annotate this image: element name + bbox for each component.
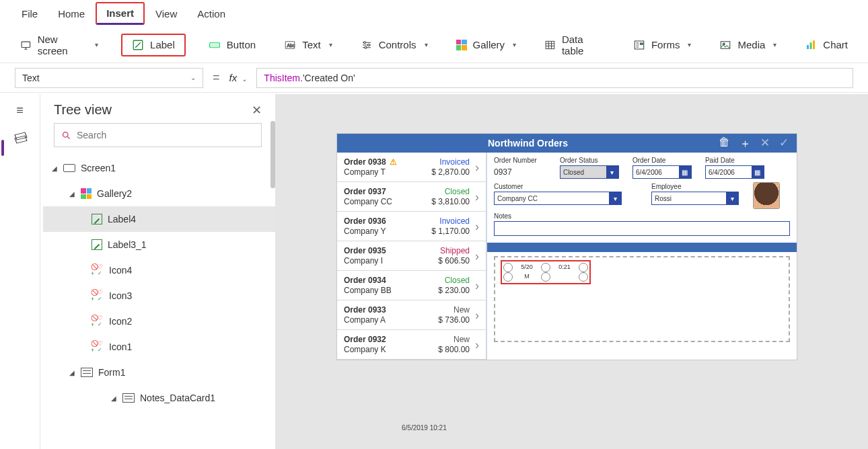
svg-rect-0 — [22, 42, 30, 47]
tree-node-gallery2[interactable]: ◢ Gallery2 — [43, 181, 275, 206]
collapse-icon[interactable]: ◢ — [51, 165, 58, 172]
svg-rect-13 — [807, 45, 809, 49]
order-row[interactable]: Order 0937ClosedCompany CC$ 3,810.00› — [337, 182, 486, 212]
formula-input[interactable]: ThisItem.'Created On' — [256, 68, 853, 88]
tab-home[interactable]: Home — [48, 4, 94, 24]
controls-icon — [361, 39, 373, 51]
hamburger-icon[interactable]: ≡ — [16, 104, 24, 118]
svg-rect-2 — [209, 42, 219, 48]
order-status: Closed — [445, 187, 470, 197]
employee-avatar — [754, 183, 779, 208]
add-icon[interactable]: ＋ — [739, 136, 751, 151]
chevron-right-icon[interactable]: › — [472, 338, 479, 352]
tree-node-icon2[interactable]: +✓ Icon2 — [43, 309, 275, 334]
chevron-right-icon[interactable]: › — [472, 220, 479, 234]
order-status: New — [454, 335, 470, 345]
menu-bar: File Home Insert View Action — [0, 0, 868, 27]
tab-insert[interactable]: Insert — [96, 2, 145, 25]
canvas[interactable]: Northwind Orders 🗑 ＋ ✕ ✓ Order 0938 ⚠Inv… — [276, 94, 868, 449]
employee-select[interactable]: Rossi▾ — [651, 192, 739, 205]
collapse-icon[interactable]: ◢ — [69, 190, 75, 198]
tree-node-label: Icon3 — [109, 290, 132, 301]
property-selector[interactable]: Text ⌄ — [15, 68, 203, 88]
tab-file[interactable]: File — [12, 4, 47, 24]
gallery-button[interactable]: Gallery ▾ — [451, 36, 522, 53]
ribbon: New screen ▾ Label Button Abc Text ▾ Con… — [0, 27, 868, 63]
tree-node-notes-datacard1[interactable]: ◢ Notes_DataCard1 — [43, 385, 275, 411]
tree-node-label: Notes_DataCard1 — [140, 393, 215, 403]
chevron-right-icon[interactable]: › — [472, 309, 479, 323]
formula-keyword: ThisItem — [264, 73, 300, 83]
order-customer: Company Y — [344, 227, 386, 237]
chevron-right-icon[interactable]: › — [472, 161, 479, 175]
media-button[interactable]: Media ▾ — [714, 36, 782, 54]
tree-view-panel: Tree view ✕ ◢ Screen1 ◢ Gallery2 — [40, 94, 276, 449]
tab-action[interactable]: Action — [188, 4, 235, 24]
chevron-right-icon[interactable]: › — [472, 190, 479, 204]
chevron-right-icon[interactable]: › — [472, 279, 479, 293]
drop-zone[interactable]: 5/200:21 M — [494, 256, 790, 342]
collapse-icon[interactable]: ◢ — [69, 369, 75, 376]
tree-search[interactable] — [54, 123, 262, 147]
tree-node-label4[interactable]: Label4 — [43, 206, 275, 232]
order-amount: $ 606.50 — [438, 256, 470, 266]
order-customer: Company K — [344, 345, 386, 355]
tree-node-icon3[interactable]: +✓ Icon3 — [43, 283, 275, 309]
tree-node-icon4[interactable]: +✓ Icon4 — [43, 257, 275, 283]
order-row[interactable]: Order 0934ClosedCompany BB$ 230.00› — [337, 271, 486, 300]
confirm-icon[interactable]: ✓ — [779, 136, 789, 151]
controls-button[interactable]: Controls ▾ — [355, 36, 433, 54]
forms-icon — [633, 39, 645, 51]
button-button[interactable]: Button — [203, 36, 261, 54]
order-row[interactable]: Order 0935ShippedCompany I$ 606.50› — [337, 241, 486, 271]
gallery-label: Gallery — [473, 39, 505, 50]
svg-rect-10 — [640, 43, 643, 44]
order-form: Order Number 0937 Order Status Closed▾ O… — [487, 153, 797, 360]
scrollbar[interactable] — [270, 155, 275, 188]
chart-icon — [805, 39, 817, 51]
forms-button[interactable]: Forms ▾ — [628, 36, 697, 54]
text-button[interactable]: Abc Text ▾ — [279, 36, 338, 54]
search-input[interactable] — [77, 130, 254, 140]
controls-label: Controls — [379, 39, 417, 50]
gallery-icon — [81, 188, 92, 199]
customer-select[interactable]: Company CC▾ — [494, 192, 622, 205]
close-icon[interactable]: ✕ — [252, 103, 262, 118]
svg-point-16 — [63, 132, 69, 137]
chevron-down-icon: ▾ — [95, 41, 98, 48]
order-date-input[interactable]: 6/4/2006▦ — [632, 165, 692, 179]
collapse-icon[interactable]: ◢ — [110, 395, 117, 402]
tree-node-form1[interactable]: ◢ Form1 — [43, 360, 275, 385]
cancel-icon[interactable]: ✕ — [760, 136, 770, 151]
order-row[interactable]: Order 0932NewCompany K$ 800.00› — [337, 330, 486, 360]
selected-label-handles[interactable]: 5/200:21 M — [501, 260, 591, 284]
order-amount: $ 1,170.00 — [431, 227, 470, 237]
orders-gallery[interactable]: Order 0938 ⚠InvoicedCompany T$ 2,870.00›… — [337, 153, 487, 360]
order-row[interactable]: Order 0933NewCompany A$ 736.00› — [337, 300, 486, 330]
tree-node-label3-1[interactable]: Label3_1 — [43, 232, 275, 257]
label-button[interactable]: Label — [121, 34, 186, 56]
paid-date-input[interactable]: 6/4/2006▦ — [705, 165, 764, 179]
new-screen-button[interactable]: New screen ▾ — [15, 31, 104, 59]
order-row[interactable]: Order 0938 ⚠InvoicedCompany T$ 2,870.00› — [337, 153, 486, 182]
main-area: ≡ Tree view ✕ ◢ Screen1 ◢ Gallery2 — [0, 94, 868, 449]
order-number: Order 0934 — [344, 276, 386, 286]
tab-view[interactable]: View — [146, 4, 186, 24]
chevron-right-icon[interactable]: › — [472, 249, 479, 263]
forms-label: Forms — [651, 39, 680, 50]
svg-rect-8 — [546, 41, 554, 48]
data-table-button[interactable]: Data table — [539, 31, 610, 59]
svg-rect-9 — [635, 41, 644, 49]
search-icon — [61, 130, 71, 140]
tree-node-screen1[interactable]: ◢ Screen1 — [43, 155, 275, 181]
order-status-select[interactable]: Closed▾ — [560, 165, 619, 179]
fx-label: fx ⌄ — [229, 72, 248, 83]
icons-icon: +✓ — [92, 265, 104, 276]
order-row[interactable]: Order 0936InvoicedCompany Y$ 1,170.00› — [337, 212, 486, 241]
order-amount: $ 3,810.00 — [431, 197, 470, 207]
tree-view-icon[interactable] — [14, 132, 26, 145]
tree-node-icon1[interactable]: +✓ Icon1 — [43, 334, 275, 360]
chart-button[interactable]: Chart — [799, 36, 853, 54]
notes-input[interactable] — [494, 221, 790, 236]
trash-icon[interactable]: 🗑 — [719, 136, 730, 151]
